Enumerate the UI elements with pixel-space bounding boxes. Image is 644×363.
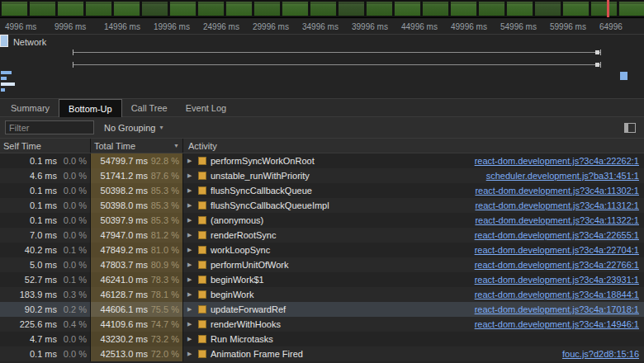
activity-cell: ▶ flushSyncCallbackQueue react-dom.devel… xyxy=(183,183,644,198)
screenshot-frame[interactable] xyxy=(197,1,225,16)
source-link[interactable]: react-dom.development.js?3c4a:11312:1 xyxy=(475,200,639,210)
expand-triangle-icon[interactable]: ▶ xyxy=(187,202,194,209)
screenshot-frame[interactable] xyxy=(422,1,449,16)
activity-name: unstable_runWithPriority xyxy=(211,171,310,181)
source-link[interactable]: scheduler.development.js?ba31:451:1 xyxy=(486,171,639,181)
screenshot-frame[interactable] xyxy=(310,1,337,16)
timeline-ruler[interactable]: 4996 ms9996 ms14996 ms19996 ms24996 ms29… xyxy=(0,18,644,35)
ruler-label: 29996 ms xyxy=(248,18,297,34)
screenshot-frame[interactable] xyxy=(29,1,56,16)
table-row[interactable]: 0.1 ms 0.0 % 50398.2 ms 85.3 % ▶ flushSy… xyxy=(0,183,644,198)
self-time-percent: 0.0 % xyxy=(57,215,87,225)
screenshot-frame[interactable] xyxy=(57,1,84,16)
screenshot-frame[interactable] xyxy=(85,1,112,16)
expand-triangle-icon[interactable]: ▶ xyxy=(187,321,194,328)
screenshot-frame[interactable] xyxy=(1,1,28,16)
network-request-bar[interactable] xyxy=(1,82,15,86)
tab-call-tree[interactable]: Call Tree xyxy=(122,99,177,116)
expand-triangle-icon[interactable]: ▶ xyxy=(187,351,194,357)
activity-name: renderWithHooks xyxy=(211,319,281,329)
table-row[interactable]: 7.0 ms 0.0 % 47947.0 ms 81.2 % ▶ renderR… xyxy=(0,228,644,243)
expand-triangle-icon[interactable]: ▶ xyxy=(187,276,194,283)
network-section-toggle[interactable]: ▼ Network xyxy=(3,37,46,47)
table-row[interactable]: 4.7 ms 0.0 % 43230.2 ms 73.2 % ▶ Run Mic… xyxy=(0,332,644,346)
screenshot-frame[interactable] xyxy=(534,1,561,16)
network-overview[interactable]: ▼ Network xyxy=(0,35,644,99)
expand-triangle-icon[interactable]: ▶ xyxy=(187,247,194,253)
table-row[interactable]: 0.1 ms 0.0 % 54799.7 ms 92.8 % ▶ perform… xyxy=(0,153,644,168)
network-request-bar[interactable] xyxy=(1,77,7,80)
screenshot-frame[interactable] xyxy=(450,1,477,16)
network-request-bar[interactable] xyxy=(73,52,600,53)
filter-input[interactable] xyxy=(5,120,94,134)
source-link[interactable]: react-dom.development.js?3c4a:17018:1 xyxy=(475,304,639,314)
screenshot-frame[interactable] xyxy=(618,1,644,16)
source-link[interactable]: react-dom.development.js?3c4a:11302:1 xyxy=(475,186,639,196)
table-row[interactable]: 90.2 ms 0.2 % 44606.1 ms 75.5 % ▶ update… xyxy=(0,302,644,317)
expand-triangle-icon[interactable]: ▶ xyxy=(187,217,194,224)
self-time-percent: 0.4 % xyxy=(57,319,87,329)
tab-bottom-up[interactable]: Bottom-Up xyxy=(59,99,122,117)
source-link[interactable]: react-dom.development.js?3c4a:22704:1 xyxy=(475,245,639,255)
source-link[interactable]: react-dom.development.js?3c4a:22766:1 xyxy=(475,260,639,270)
ruler-label: 64996 xyxy=(594,18,644,34)
source-link[interactable]: react-dom.development.js?3c4a:18844:1 xyxy=(475,290,639,299)
total-time-cell: 47803.7 ms 80.9 % xyxy=(91,257,183,272)
column-header-activity[interactable]: Activity xyxy=(183,139,644,153)
table-row[interactable]: 183.9 ms 0.3 % 46128.7 ms 78.1 % ▶ begin… xyxy=(0,287,644,302)
tab-summary[interactable]: Summary xyxy=(2,99,59,116)
table-row[interactable]: 0.1 ms 0.0 % 42513.0 ms 72.0 % ▶ Animati… xyxy=(0,346,644,361)
column-header-total-time[interactable]: Total Time ▼ xyxy=(91,139,183,153)
screenshot-frame[interactable] xyxy=(478,1,505,16)
table-row[interactable]: 0.1 ms 0.0 % 50398.0 ms 85.3 % ▶ flushSy… xyxy=(0,198,644,213)
screenshot-frame[interactable] xyxy=(253,1,281,16)
screenshot-frame[interactable] xyxy=(113,1,140,16)
table-row[interactable]: 4.6 ms 0.0 % 51741.2 ms 87.6 % ▶ unstabl… xyxy=(0,168,644,183)
screenshot-frame[interactable] xyxy=(338,1,365,16)
expand-triangle-icon[interactable]: ▶ xyxy=(187,232,194,238)
table-row[interactable]: 52.7 ms 0.1 % 46241.0 ms 78.3 % ▶ beginW… xyxy=(0,272,644,287)
source-link[interactable]: react-dom.development.js?3c4a:22655:1 xyxy=(475,230,639,240)
screenshot-frame[interactable] xyxy=(282,1,309,16)
total-time-value: 47849.2 ms xyxy=(94,245,148,255)
source-link[interactable]: react-dom.development.js?3c4a:22262:1 xyxy=(475,156,639,166)
source-link[interactable]: fouc.js?d2d8:15:16 xyxy=(562,349,639,359)
network-request-bar[interactable] xyxy=(620,72,627,80)
table-row[interactable]: 0.1 ms 0.0 % 50397.9 ms 85.3 % ▶ (anonym… xyxy=(0,213,644,228)
source-link[interactable]: react-dom.development.js?3c4a:23931:1 xyxy=(475,275,639,285)
expand-triangle-icon[interactable]: ▶ xyxy=(187,172,194,179)
table-row[interactable]: 40.2 ms 0.1 % 47849.2 ms 81.0 % ▶ workLo… xyxy=(0,243,644,257)
screenshot-frame[interactable] xyxy=(366,1,393,16)
network-request-bar[interactable] xyxy=(1,88,5,92)
network-request-bar[interactable] xyxy=(1,71,12,74)
self-time-value: 183.9 ms xyxy=(3,290,57,299)
screenshot-frame[interactable] xyxy=(141,1,168,16)
self-time-cell: 5.0 ms 0.0 % xyxy=(0,257,91,272)
expand-triangle-icon[interactable]: ▶ xyxy=(187,158,194,164)
self-time-value: 4.7 ms xyxy=(3,334,57,344)
column-header-self-time[interactable]: Self Time xyxy=(0,139,91,153)
sidebar-toggle-icon[interactable] xyxy=(624,123,636,133)
network-request-selected[interactable] xyxy=(0,35,8,47)
expand-triangle-icon[interactable]: ▶ xyxy=(187,187,194,194)
expand-triangle-icon[interactable]: ▶ xyxy=(187,336,194,342)
table-row[interactable]: 225.6 ms 0.4 % 44109.6 ms 74.7 % ▶ rende… xyxy=(0,317,644,332)
source-link[interactable]: react-dom.development.js?3c4a:14946:1 xyxy=(475,319,639,329)
screenshot-frame[interactable] xyxy=(169,1,197,16)
screenshot-frame[interactable] xyxy=(225,1,253,16)
expand-triangle-icon[interactable]: ▶ xyxy=(187,306,194,313)
network-request-bar[interactable] xyxy=(73,64,600,65)
total-time-value: 43230.2 ms xyxy=(94,334,148,344)
total-time-percent: 75.5 % xyxy=(148,304,179,314)
table-row[interactable]: 5.0 ms 0.0 % 47803.7 ms 80.9 % ▶ perform… xyxy=(0,257,644,272)
grouping-select[interactable]: No Grouping ▾ xyxy=(104,123,163,133)
screenshot-frame[interactable] xyxy=(506,1,533,16)
tab-event-log[interactable]: Event Log xyxy=(177,99,236,116)
screenshot-frame[interactable] xyxy=(562,1,590,16)
self-time-percent: 0.2 % xyxy=(57,304,87,314)
source-link[interactable]: react-dom.development.js?3c4a:11322:1 xyxy=(475,215,639,225)
expand-triangle-icon[interactable]: ▶ xyxy=(187,262,194,268)
expand-triangle-icon[interactable]: ▶ xyxy=(187,291,194,298)
screenshot-frame[interactable] xyxy=(590,1,618,16)
screenshot-frame[interactable] xyxy=(394,1,421,16)
